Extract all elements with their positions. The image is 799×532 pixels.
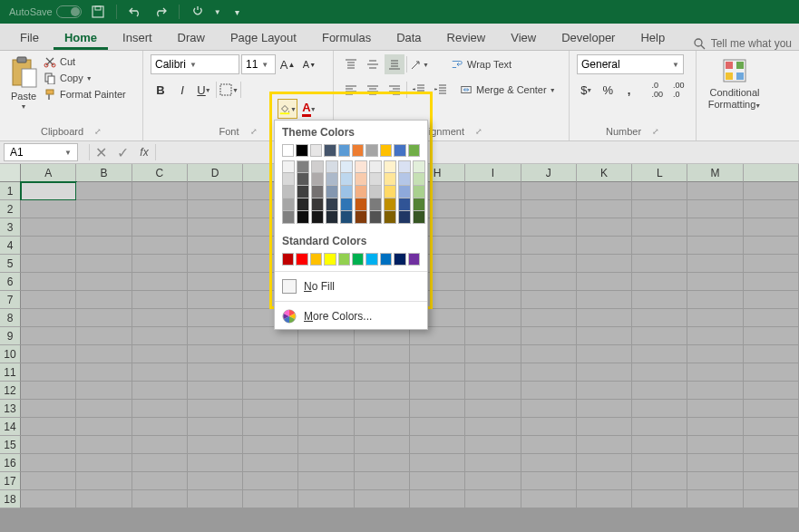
cell[interactable] xyxy=(188,327,243,345)
color-swatch[interactable] xyxy=(384,173,396,186)
cell[interactable] xyxy=(687,309,743,327)
format-painter-button[interactable]: Format Painter xyxy=(44,87,126,102)
color-swatch[interactable] xyxy=(369,173,382,186)
align-center-button[interactable] xyxy=(363,80,383,100)
cell[interactable] xyxy=(687,200,743,218)
color-swatch[interactable] xyxy=(297,211,309,224)
font-color-button[interactable]: A▼ xyxy=(299,99,319,119)
number-launcher[interactable]: ⤢ xyxy=(652,127,659,136)
color-swatch[interactable] xyxy=(352,253,364,266)
underline-button[interactable]: U▼ xyxy=(194,80,214,100)
cell[interactable] xyxy=(355,400,410,418)
cell[interactable] xyxy=(687,490,743,508)
cell[interactable] xyxy=(76,182,132,200)
cell[interactable] xyxy=(188,490,243,508)
cell[interactable] xyxy=(744,472,799,490)
cell[interactable] xyxy=(21,291,76,309)
cell[interactable] xyxy=(132,182,188,200)
row-head[interactable]: 5 xyxy=(0,255,21,273)
cell[interactable] xyxy=(632,200,687,218)
cell[interactable] xyxy=(465,273,521,291)
cell[interactable] xyxy=(687,182,743,200)
paste-button[interactable]: Paste ▼ xyxy=(7,54,40,111)
cell[interactable] xyxy=(132,436,188,454)
cell[interactable] xyxy=(298,363,354,382)
cell[interactable] xyxy=(76,454,132,472)
alignment-launcher[interactable]: ⤢ xyxy=(475,127,482,136)
color-swatch[interactable] xyxy=(338,253,350,266)
cell[interactable] xyxy=(521,237,577,255)
cell[interactable] xyxy=(355,382,410,400)
tab-review[interactable]: Review xyxy=(436,25,497,50)
color-swatch[interactable] xyxy=(413,186,425,198)
color-swatch[interactable] xyxy=(365,144,377,157)
color-swatch[interactable] xyxy=(355,173,367,186)
row-head[interactable]: 8 xyxy=(0,309,21,327)
cell[interactable] xyxy=(521,436,577,454)
cell[interactable] xyxy=(465,327,521,345)
cell[interactable] xyxy=(410,345,465,363)
cell[interactable] xyxy=(76,490,132,508)
row-head[interactable]: 1 xyxy=(0,182,21,200)
cell[interactable] xyxy=(188,382,243,400)
color-swatch[interactable] xyxy=(282,186,295,198)
cell[interactable] xyxy=(188,418,243,436)
cell[interactable] xyxy=(632,436,687,454)
cell[interactable] xyxy=(21,255,76,273)
cell[interactable] xyxy=(521,454,577,472)
cell[interactable] xyxy=(132,291,188,309)
conditional-formatting-button[interactable]: ConditionalFormatting▼ xyxy=(704,54,765,112)
color-swatch[interactable] xyxy=(394,144,405,157)
cell[interactable] xyxy=(188,345,243,363)
cell[interactable] xyxy=(132,309,188,327)
cell[interactable] xyxy=(632,309,687,327)
col-head[interactable]: L xyxy=(632,164,687,182)
cell[interactable] xyxy=(577,472,632,490)
color-swatch[interactable] xyxy=(296,144,307,157)
cell[interactable] xyxy=(632,472,687,490)
cell[interactable] xyxy=(21,400,76,418)
cell[interactable] xyxy=(21,490,76,508)
cell[interactable] xyxy=(243,363,298,382)
tab-insert[interactable]: Insert xyxy=(112,25,163,50)
row-head[interactable]: 18 xyxy=(0,490,21,508)
copy-button[interactable]: Copy▼ xyxy=(44,71,126,85)
cell[interactable] xyxy=(298,382,354,400)
cell[interactable] xyxy=(355,490,410,508)
cell[interactable] xyxy=(188,472,243,490)
color-swatch[interactable] xyxy=(282,198,295,211)
color-swatch[interactable] xyxy=(413,211,425,224)
cell[interactable] xyxy=(577,309,632,327)
font-size-combo[interactable]: 11▼ xyxy=(241,54,276,74)
color-swatch[interactable] xyxy=(311,198,324,211)
cell[interactable] xyxy=(744,291,799,309)
cell[interactable] xyxy=(687,273,743,291)
more-colors-item[interactable]: More Colors... xyxy=(275,304,427,329)
cell[interactable] xyxy=(577,182,632,200)
cell[interactable] xyxy=(410,490,465,508)
cut-button[interactable]: Cut xyxy=(44,54,126,69)
align-middle-button[interactable] xyxy=(363,54,383,74)
color-swatch[interactable] xyxy=(365,253,377,266)
cell[interactable] xyxy=(632,418,687,436)
color-swatch[interactable] xyxy=(326,198,338,211)
color-swatch[interactable] xyxy=(352,144,364,157)
cell[interactable] xyxy=(744,418,799,436)
cell[interactable] xyxy=(632,218,687,237)
row-head[interactable]: 13 xyxy=(0,400,21,418)
row-head[interactable]: 17 xyxy=(0,472,21,490)
cell[interactable] xyxy=(465,200,521,218)
cell[interactable] xyxy=(521,490,577,508)
cell[interactable] xyxy=(744,309,799,327)
cell[interactable] xyxy=(744,490,799,508)
cell[interactable] xyxy=(410,382,465,400)
cell[interactable] xyxy=(21,472,76,490)
cell[interactable] xyxy=(76,237,132,255)
cell[interactable] xyxy=(132,237,188,255)
cell[interactable] xyxy=(465,436,521,454)
cell[interactable] xyxy=(21,382,76,400)
align-top-button[interactable] xyxy=(341,54,361,74)
no-fill-item[interactable]: No Fill xyxy=(275,274,427,299)
tell-me[interactable]: Tell me what you xyxy=(711,37,792,50)
cell[interactable] xyxy=(188,182,243,200)
